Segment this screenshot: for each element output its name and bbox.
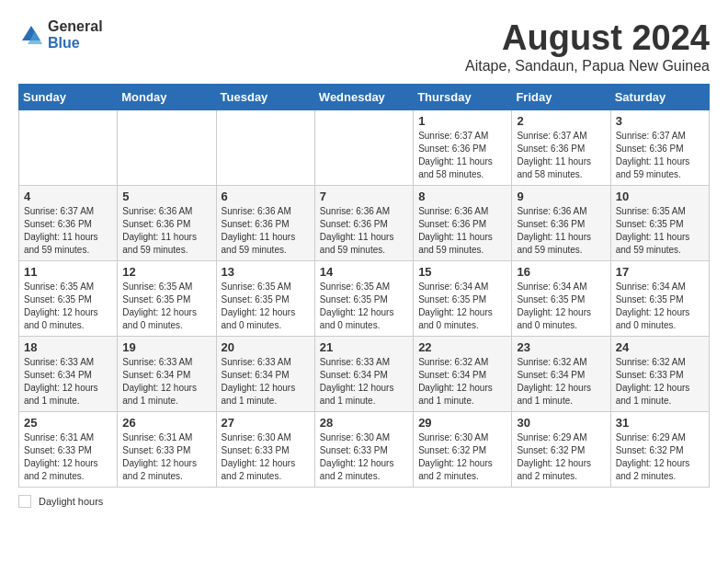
day-number: 6 <box>222 190 310 203</box>
day-info: Sunrise: 6:37 AM Sunset: 6:36 PM Dayligh… <box>616 130 704 181</box>
day-number: 20 <box>222 340 310 354</box>
header-row: SundayMondayTuesdayWednesdayThursdayFrid… <box>19 85 710 110</box>
logo: General Blue <box>18 18 103 51</box>
day-info: Sunrise: 6:37 AM Sunset: 6:36 PM Dayligh… <box>517 130 605 181</box>
day-number: 25 <box>24 416 112 430</box>
day-info: Sunrise: 6:36 AM Sunset: 6:36 PM Dayligh… <box>418 205 506 257</box>
day-cell: 8Sunrise: 6:36 AM Sunset: 6:36 PM Daylig… <box>414 186 512 261</box>
day-cell: 20Sunrise: 6:33 AM Sunset: 6:34 PM Dayli… <box>216 337 314 412</box>
calendar-body: 1Sunrise: 6:37 AM Sunset: 6:36 PM Daylig… <box>19 110 710 488</box>
day-cell: 18Sunrise: 6:33 AM Sunset: 6:34 PM Dayli… <box>19 337 118 412</box>
day-cell <box>216 110 314 186</box>
day-cell: 28Sunrise: 6:30 AM Sunset: 6:33 PM Dayli… <box>314 412 413 488</box>
day-cell: 3Sunrise: 6:37 AM Sunset: 6:36 PM Daylig… <box>610 110 709 186</box>
day-number: 16 <box>517 265 605 279</box>
logo-blue-text: Blue <box>48 35 103 52</box>
day-number: 2 <box>517 114 605 128</box>
day-number: 22 <box>418 340 506 354</box>
legend-box <box>18 495 31 508</box>
day-info: Sunrise: 6:29 AM Sunset: 6:32 PM Dayligh… <box>616 431 704 483</box>
day-number: 17 <box>616 265 704 279</box>
day-cell: 17Sunrise: 6:34 AM Sunset: 6:35 PM Dayli… <box>610 261 709 337</box>
day-info: Sunrise: 6:32 AM Sunset: 6:34 PM Dayligh… <box>517 356 605 408</box>
day-number: 27 <box>222 416 310 430</box>
day-info: Sunrise: 6:33 AM Sunset: 6:34 PM Dayligh… <box>320 356 408 408</box>
day-info: Sunrise: 6:36 AM Sunset: 6:36 PM Dayligh… <box>122 205 210 257</box>
logo-icon <box>18 22 44 48</box>
day-cell: 25Sunrise: 6:31 AM Sunset: 6:33 PM Dayli… <box>19 412 118 488</box>
day-number: 31 <box>616 416 704 430</box>
day-number: 5 <box>122 190 210 203</box>
logo-text: General Blue <box>48 18 103 51</box>
day-number: 3 <box>616 114 704 128</box>
day-info: Sunrise: 6:32 AM Sunset: 6:33 PM Dayligh… <box>616 356 704 408</box>
week-row-5: 25Sunrise: 6:31 AM Sunset: 6:33 PM Dayli… <box>19 412 710 488</box>
week-row-4: 18Sunrise: 6:33 AM Sunset: 6:34 PM Dayli… <box>19 337 710 412</box>
day-cell: 10Sunrise: 6:35 AM Sunset: 6:35 PM Dayli… <box>610 186 709 261</box>
day-info: Sunrise: 6:30 AM Sunset: 6:33 PM Dayligh… <box>222 431 310 483</box>
day-cell <box>118 110 216 186</box>
day-number: 8 <box>418 190 506 203</box>
day-cell: 23Sunrise: 6:32 AM Sunset: 6:34 PM Dayli… <box>512 337 610 412</box>
calendar-header: SundayMondayTuesdayWednesdayThursdayFrid… <box>19 85 710 110</box>
day-cell: 12Sunrise: 6:35 AM Sunset: 6:35 PM Dayli… <box>118 261 216 337</box>
day-number: 21 <box>320 340 408 354</box>
day-info: Sunrise: 6:29 AM Sunset: 6:32 PM Dayligh… <box>517 431 605 483</box>
day-number: 14 <box>320 265 408 279</box>
day-info: Sunrise: 6:34 AM Sunset: 6:35 PM Dayligh… <box>418 281 506 332</box>
day-info: Sunrise: 6:32 AM Sunset: 6:34 PM Dayligh… <box>418 356 506 408</box>
day-number: 10 <box>616 190 704 203</box>
week-row-2: 4Sunrise: 6:37 AM Sunset: 6:36 PM Daylig… <box>19 186 710 261</box>
day-cell <box>19 110 118 186</box>
day-info: Sunrise: 6:35 AM Sunset: 6:35 PM Dayligh… <box>122 281 210 332</box>
day-number: 18 <box>24 340 112 354</box>
day-cell: 21Sunrise: 6:33 AM Sunset: 6:34 PM Dayli… <box>314 337 413 412</box>
day-cell: 11Sunrise: 6:35 AM Sunset: 6:35 PM Dayli… <box>19 261 118 337</box>
day-info: Sunrise: 6:34 AM Sunset: 6:35 PM Dayligh… <box>616 281 704 332</box>
header-cell-saturday: Saturday <box>610 85 709 110</box>
day-info: Sunrise: 6:33 AM Sunset: 6:34 PM Dayligh… <box>24 356 112 408</box>
day-number: 30 <box>517 416 605 430</box>
day-number: 11 <box>24 265 112 279</box>
day-info: Sunrise: 6:30 AM Sunset: 6:33 PM Dayligh… <box>320 431 408 483</box>
day-cell: 4Sunrise: 6:37 AM Sunset: 6:36 PM Daylig… <box>19 186 118 261</box>
day-cell: 31Sunrise: 6:29 AM Sunset: 6:32 PM Dayli… <box>610 412 709 488</box>
day-info: Sunrise: 6:36 AM Sunset: 6:36 PM Dayligh… <box>320 205 408 257</box>
day-number: 13 <box>222 265 310 279</box>
header-cell-wednesday: Wednesday <box>314 85 413 110</box>
day-number: 9 <box>517 190 605 203</box>
day-info: Sunrise: 6:35 AM Sunset: 6:35 PM Dayligh… <box>222 281 310 332</box>
day-info: Sunrise: 6:31 AM Sunset: 6:33 PM Dayligh… <box>24 431 112 483</box>
day-cell: 1Sunrise: 6:37 AM Sunset: 6:36 PM Daylig… <box>414 110 512 186</box>
legend-label: Daylight hours <box>39 496 103 507</box>
day-number: 7 <box>320 190 408 203</box>
day-cell: 26Sunrise: 6:31 AM Sunset: 6:33 PM Dayli… <box>118 412 216 488</box>
legend: Daylight hours <box>18 495 710 508</box>
day-cell: 9Sunrise: 6:36 AM Sunset: 6:36 PM Daylig… <box>512 186 610 261</box>
day-number: 28 <box>320 416 408 430</box>
day-number: 23 <box>517 340 605 354</box>
logo-general-text: General <box>48 18 103 35</box>
header-cell-monday: Monday <box>118 85 216 110</box>
day-info: Sunrise: 6:37 AM Sunset: 6:36 PM Dayligh… <box>24 205 112 257</box>
day-cell: 13Sunrise: 6:35 AM Sunset: 6:35 PM Dayli… <box>216 261 314 337</box>
day-cell: 29Sunrise: 6:30 AM Sunset: 6:32 PM Dayli… <box>414 412 512 488</box>
day-cell: 27Sunrise: 6:30 AM Sunset: 6:33 PM Dayli… <box>216 412 314 488</box>
header-cell-tuesday: Tuesday <box>216 85 314 110</box>
day-info: Sunrise: 6:35 AM Sunset: 6:35 PM Dayligh… <box>24 281 112 332</box>
day-info: Sunrise: 6:36 AM Sunset: 6:36 PM Dayligh… <box>222 205 310 257</box>
day-number: 15 <box>418 265 506 279</box>
day-cell: 19Sunrise: 6:33 AM Sunset: 6:34 PM Dayli… <box>118 337 216 412</box>
day-number: 29 <box>418 416 506 430</box>
day-cell: 5Sunrise: 6:36 AM Sunset: 6:36 PM Daylig… <box>118 186 216 261</box>
day-number: 19 <box>122 340 210 354</box>
header-cell-sunday: Sunday <box>19 85 118 110</box>
day-cell: 22Sunrise: 6:32 AM Sunset: 6:34 PM Dayli… <box>414 337 512 412</box>
title-area: August 2024 Aitape, Sandaun, Papua New G… <box>465 18 710 75</box>
day-info: Sunrise: 6:35 AM Sunset: 6:35 PM Dayligh… <box>320 281 408 332</box>
day-cell: 14Sunrise: 6:35 AM Sunset: 6:35 PM Dayli… <box>314 261 413 337</box>
week-row-1: 1Sunrise: 6:37 AM Sunset: 6:36 PM Daylig… <box>19 110 710 186</box>
day-info: Sunrise: 6:37 AM Sunset: 6:36 PM Dayligh… <box>418 130 506 181</box>
day-info: Sunrise: 6:31 AM Sunset: 6:33 PM Dayligh… <box>122 431 210 483</box>
day-number: 12 <box>122 265 210 279</box>
